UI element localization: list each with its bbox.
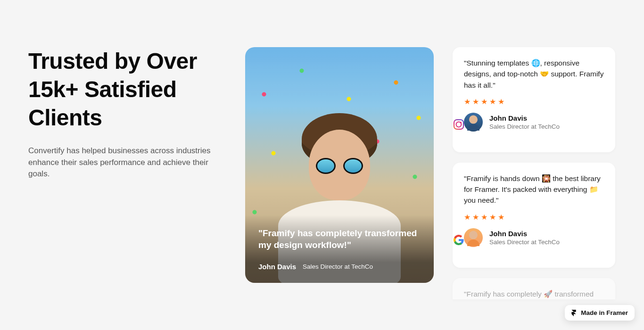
google-icon xyxy=(454,235,464,245)
author-role: Sales Director at TechCo xyxy=(489,123,560,130)
featured-testimonial-card: "Framify has completely transformed my d… xyxy=(245,47,434,283)
testimonial-quote: "Framify has completely 🚀 transformed xyxy=(464,289,604,299)
star-icon: ★ xyxy=(472,213,479,222)
made-in-framer-badge[interactable]: Made in Framer xyxy=(565,305,635,321)
featured-quote: "Framify has completely transformed my d… xyxy=(258,227,421,251)
avatar xyxy=(464,113,483,132)
testimonial-quote: "Framify is hands down 🎇 the best librar… xyxy=(464,173,604,206)
instagram-icon xyxy=(454,119,464,130)
star-icon: ★ xyxy=(472,97,479,106)
star-icon: ★ xyxy=(498,213,504,222)
star-icon: ★ xyxy=(464,97,471,106)
testimonial-card-peek: "Framify has completely 🚀 transformed xyxy=(453,278,615,299)
hero-headline: Trusted by Over 15k+ Satisfied Clients xyxy=(28,47,226,132)
testimonial-quote: "Stunning templates 🌐, responsive design… xyxy=(464,58,604,91)
framer-icon xyxy=(570,310,577,316)
rating-stars: ★ ★ ★ ★ ★ xyxy=(464,213,604,222)
featured-role: Sales Director at TechCo xyxy=(303,263,373,270)
star-icon: ★ xyxy=(481,97,487,106)
testimonial-card: "Stunning templates 🌐, responsive design… xyxy=(453,47,615,152)
hero-subtext: Convertify has helped businesses across … xyxy=(28,145,217,180)
star-icon: ★ xyxy=(489,213,496,222)
featured-author: John Davis xyxy=(258,263,296,271)
star-icon: ★ xyxy=(498,97,504,106)
author-name: John Davis xyxy=(489,114,560,122)
star-icon: ★ xyxy=(489,97,496,106)
avatar xyxy=(464,228,483,247)
star-icon: ★ xyxy=(481,213,487,222)
author-role: Sales Director at TechCo xyxy=(489,239,560,246)
badge-label: Made in Framer xyxy=(581,309,628,316)
author-name: John Davis xyxy=(489,230,560,238)
testimonial-card: "Framify is hands down 🎇 the best librar… xyxy=(453,163,615,268)
rating-stars: ★ ★ ★ ★ ★ xyxy=(464,97,604,106)
star-icon: ★ xyxy=(464,213,471,222)
